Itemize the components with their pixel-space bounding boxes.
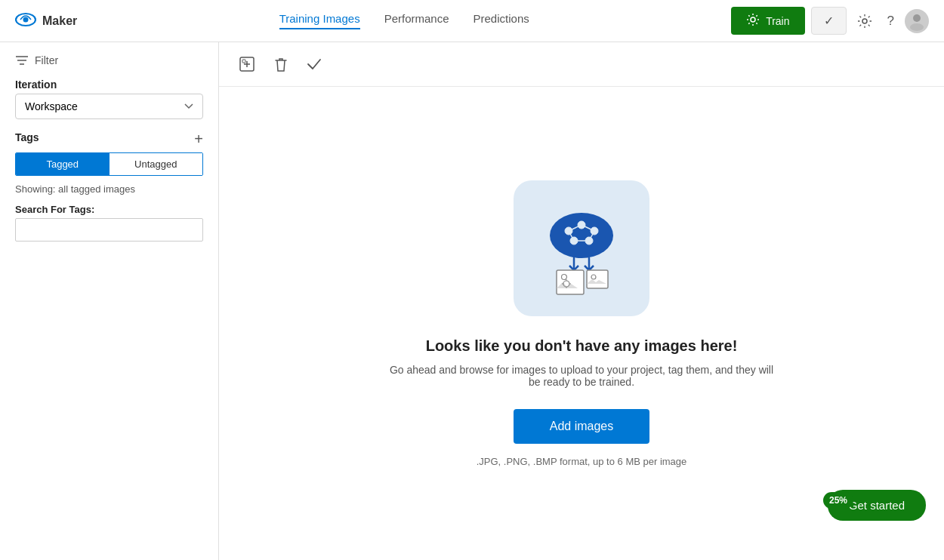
empty-illustration [514,180,649,316]
check-button[interactable]: ✓ [811,7,847,35]
svg-point-3 [862,19,867,23]
iteration-section: Iteration Workspace [15,78,203,119]
showing-text: Showing: all tagged images [15,183,203,195]
tags-section: Tags + Tagged Untagged Showing: all tagg… [15,131,203,242]
train-button-label: Train [766,15,789,27]
svg-point-2 [751,17,755,22]
help-button[interactable]: ? [883,9,899,33]
sidebar: Filter Iteration Workspace Tags + Tagged… [0,42,219,560]
train-gear-icon [746,13,760,29]
filter-button[interactable]: Filter [15,54,203,66]
main-nav: Training Images Performance Predictions [89,12,719,29]
tag-toggle: Tagged Untagged [15,152,203,176]
iteration-select[interactable]: Workspace [15,94,203,119]
format-hint: .JPG, .PNG, .BMP format, up to 6 MB per … [477,456,687,467]
untagged-button[interactable]: Untagged [110,153,203,175]
search-label: Search For Tags: [15,204,203,215]
svg-point-13 [550,213,613,258]
svg-rect-12 [242,60,245,63]
tags-label: Tags [15,131,39,143]
train-button[interactable]: Train [731,7,804,35]
empty-desc: Go ahead and browse for images to upload… [385,364,778,388]
svg-rect-26 [557,270,584,294]
tagged-button[interactable]: Tagged [16,153,110,175]
svg-point-5 [910,23,924,31]
search-tags-input[interactable] [15,218,203,242]
header-actions: Train ✓ ? [731,7,929,35]
empty-title: Looks like you don't have any images her… [426,337,738,355]
settings-button[interactable] [853,9,877,33]
add-tag-button[interactable]: + [194,131,203,146]
iteration-label: Iteration [15,78,203,91]
svg-point-4 [913,14,921,22]
logo-icon [15,9,36,33]
app-logo: Maker [15,9,77,33]
main-content: Looks like you don't have any images her… [219,42,944,560]
nav-predictions[interactable]: Predictions [474,12,529,29]
svg-point-1 [23,17,29,22]
help-icon: ? [887,14,894,29]
nav-performance[interactable]: Performance [384,12,449,29]
empty-state: Looks like you don't have any images her… [219,87,944,560]
nav-training-images[interactable]: Training Images [279,12,360,29]
check-toolbar-button[interactable] [302,54,326,75]
add-images-button[interactable]: Add images [514,409,650,444]
progress-badge: 25% [823,492,853,509]
app-name: Maker [42,14,77,28]
svg-rect-28 [587,270,608,288]
filter-label: Filter [35,54,58,66]
delete-toolbar-button[interactable] [269,51,293,77]
user-avatar[interactable] [905,9,929,33]
image-toolbar [219,42,944,87]
check-icon: ✓ [824,14,834,28]
add-image-toolbar-button[interactable] [234,51,260,77]
